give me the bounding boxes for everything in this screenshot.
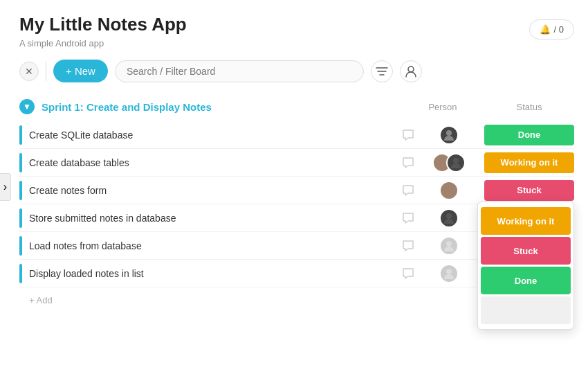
status-button[interactable]: Stuck <box>484 180 574 201</box>
task-avatar-area <box>425 264 473 283</box>
status-button[interactable]: Done <box>484 125 574 145</box>
svg-point-10 <box>446 269 452 274</box>
table-row: Create notes form Stuck Working on it St… <box>19 177 574 204</box>
comment-icon[interactable] <box>398 264 418 283</box>
col-status-header: Status <box>484 102 574 112</box>
avatar <box>439 181 459 200</box>
search-input[interactable] <box>115 60 364 82</box>
comment-icon[interactable] <box>398 181 418 200</box>
task-name: Load notes from database <box>29 240 398 251</box>
task-name: Create SQLite database <box>29 130 398 141</box>
notification-button[interactable]: 🔔 / 0 <box>529 19 574 39</box>
dropdown-item-stuck[interactable]: Stuck <box>481 237 571 265</box>
close-button[interactable]: ✕ <box>19 62 39 81</box>
status-dropdown: Working on it Stuck Done <box>477 202 574 330</box>
search-wrap <box>115 60 364 82</box>
notification-count: / 0 <box>554 24 564 35</box>
user-avatar-icon[interactable] <box>400 60 422 82</box>
sprint-header: ▼ Sprint 1: Create and Display Notes Per… <box>19 99 574 114</box>
task-bar <box>19 181 22 200</box>
add-label: + Add <box>29 295 53 305</box>
task-name: Display loaded notes in list <box>29 268 398 279</box>
task-bar <box>19 264 22 283</box>
task-avatar-area <box>425 181 473 200</box>
svg-point-8 <box>446 213 452 219</box>
comment-icon[interactable] <box>398 125 418 145</box>
dropdown-item-working[interactable]: Working on it <box>481 207 571 235</box>
toolbar-divider <box>46 62 46 81</box>
toolbar: ✕ + New <box>19 60 574 82</box>
avatar <box>439 208 459 228</box>
avatar-stack <box>432 153 466 172</box>
task-name: Create database tables <box>29 157 398 168</box>
dropdown-item-done[interactable]: Done <box>481 267 571 294</box>
status-button[interactable]: Working on it <box>484 152 574 173</box>
col-person-header: Person <box>415 102 470 112</box>
task-avatar-area <box>425 125 473 145</box>
task-list: Create SQLite database Done Create datab… <box>19 121 574 312</box>
task-bar <box>19 125 22 145</box>
avatar-empty <box>439 236 459 256</box>
dropdown-item-empty <box>481 296 571 324</box>
svg-point-6 <box>453 158 459 163</box>
avatar-empty <box>439 264 459 283</box>
task-avatar-area <box>425 236 473 256</box>
svg-point-3 <box>408 66 414 72</box>
new-button[interactable]: + New <box>53 60 108 82</box>
filter-icon[interactable] <box>371 60 393 82</box>
notification-area: 🔔 / 0 <box>529 19 574 39</box>
avatar <box>439 125 459 145</box>
table-row: Create SQLite database Done <box>19 121 574 149</box>
comment-icon[interactable] <box>398 236 418 256</box>
sidebar-toggle[interactable]: › <box>0 173 11 201</box>
svg-point-7 <box>446 186 452 191</box>
task-bar <box>19 236 22 256</box>
svg-point-5 <box>439 158 445 163</box>
sprint-collapse-button[interactable]: ▼ <box>19 99 35 114</box>
comment-icon[interactable] <box>398 208 418 228</box>
task-avatar-area <box>425 208 473 228</box>
task-bar <box>19 153 22 172</box>
comment-icon[interactable] <box>398 153 418 172</box>
dropdown-wrap: Working on it Stuck Done <box>478 202 573 329</box>
task-avatar-area <box>425 153 473 172</box>
app-title: My Little Notes App <box>19 14 574 35</box>
avatar <box>446 153 466 172</box>
table-row: Create database tables Working on it <box>19 149 574 177</box>
task-name: Create notes form <box>29 185 398 196</box>
task-bar <box>19 208 22 228</box>
chevron-right-icon: › <box>3 181 7 193</box>
app-subtitle: A simple Android app <box>19 38 574 48</box>
bell-icon: 🔔 <box>540 24 551 35</box>
task-name: Store submitted notes in database <box>29 213 398 224</box>
svg-point-4 <box>446 130 452 136</box>
sprint-title: Sprint 1: Create and Display Notes <box>42 101 212 113</box>
svg-point-9 <box>446 241 452 247</box>
